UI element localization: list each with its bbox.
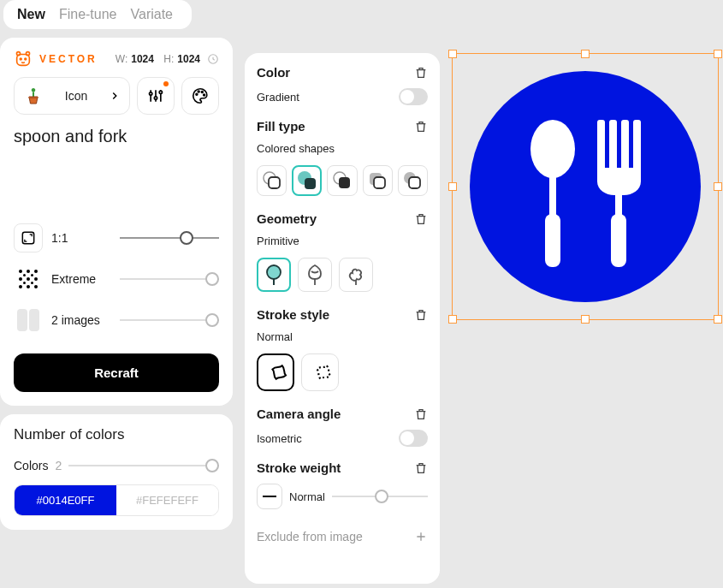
gradient-toggle[interactable] — [399, 88, 428, 105]
reset-fill-button[interactable] — [414, 120, 428, 134]
palette-button[interactable] — [181, 77, 219, 115]
color-swatch-2[interactable]: #FEFEFEFF — [116, 485, 218, 515]
output-canvas[interactable] — [452, 53, 719, 320]
svg-point-25 — [34, 285, 38, 288]
stroke-weight-sub: Normal — [289, 490, 325, 503]
stroke-style-option-1[interactable] — [257, 353, 294, 391]
reset-color-button[interactable] — [414, 66, 428, 80]
svg-rect-7 — [29, 97, 39, 98]
trash-icon — [414, 120, 428, 134]
complexity-slider[interactable] — [120, 278, 219, 280]
section-stroke-weight-title: Stroke weight — [257, 460, 341, 475]
resize-handle-bc[interactable] — [581, 315, 590, 324]
geometry-option-2[interactable] — [298, 258, 332, 292]
count-slider[interactable] — [120, 319, 219, 321]
svg-point-11 — [196, 93, 198, 95]
section-color-title: Color — [257, 65, 290, 80]
count-icon[interactable] — [14, 306, 43, 335]
trash-icon — [414, 66, 428, 80]
bear-icon — [14, 50, 33, 68]
svg-point-26 — [23, 274, 26, 276]
recraft-button[interactable]: Recraft — [14, 353, 219, 392]
svg-point-22 — [34, 277, 38, 281]
stroke-weight-slider[interactable] — [332, 496, 428, 497]
isometric-label: Isometric — [257, 432, 302, 445]
aspect-label: 1:1 — [51, 231, 111, 245]
color-swatch-1[interactable]: #0014E0FF — [15, 485, 116, 515]
section-geometry-title: Geometry — [257, 211, 317, 226]
tab-new[interactable]: New — [17, 7, 45, 22]
mode-tabs: New Fine-tune Variate — [3, 0, 192, 29]
fill-option-4[interactable] — [363, 165, 393, 196]
trash-icon — [414, 308, 428, 322]
resize-handle-lc[interactable] — [448, 182, 457, 191]
aspect-icon[interactable] — [14, 223, 43, 252]
plus-icon — [414, 530, 428, 543]
stroke-style-sub: Normal — [257, 330, 428, 343]
reset-stroke-weight-button[interactable] — [414, 461, 428, 475]
trash-icon — [414, 407, 428, 421]
trash-icon — [414, 461, 428, 475]
selection-box[interactable] — [452, 53, 719, 320]
colors-panel: Number of colors Colors 2 #0014E0FF #FEF… — [0, 414, 233, 530]
svg-point-13 — [201, 92, 203, 93]
stroke-weight-preview — [257, 484, 282, 509]
section-fill-title: Fill type — [257, 119, 305, 134]
svg-rect-33 — [305, 178, 316, 189]
svg-point-9 — [154, 97, 157, 99]
gradient-label: Gradient — [257, 91, 299, 104]
colors-count: 2 — [55, 459, 62, 472]
svg-rect-37 — [374, 177, 385, 188]
add-exclude-button[interactable] — [414, 530, 428, 543]
fill-option-5[interactable] — [398, 165, 428, 196]
svg-rect-35 — [339, 177, 350, 188]
svg-point-18 — [27, 270, 30, 273]
geometry-sub: Primitive — [257, 235, 428, 247]
prompt-text[interactable]: spoon and fork — [14, 127, 219, 146]
geometry-option-3[interactable] — [339, 258, 373, 292]
svg-point-21 — [27, 277, 30, 281]
colors-label: Colors — [14, 459, 48, 472]
reset-stroke-style-button[interactable] — [414, 308, 428, 322]
svg-point-40 — [267, 265, 281, 279]
svg-point-8 — [150, 92, 152, 95]
svg-point-29 — [31, 282, 33, 284]
reset-geometry-button[interactable] — [414, 212, 428, 226]
colors-slider[interactable] — [68, 465, 219, 466]
geometry-option-1[interactable] — [257, 258, 291, 292]
resize-handle-bl[interactable] — [448, 315, 457, 324]
stroke-style-option-2[interactable] — [301, 353, 339, 391]
count-label: 2 images — [51, 313, 111, 327]
svg-point-10 — [159, 91, 162, 93]
svg-point-19 — [34, 270, 38, 273]
resize-handle-br[interactable] — [714, 315, 722, 324]
svg-point-24 — [27, 285, 30, 288]
fill-option-1[interactable] — [257, 165, 287, 196]
fill-option-2[interactable] — [292, 165, 322, 196]
resize-handle-rc[interactable] — [714, 182, 722, 191]
tab-finetune[interactable]: Fine-tune — [59, 7, 117, 22]
svg-rect-31 — [269, 177, 280, 188]
settings-button[interactable] — [137, 77, 175, 115]
notification-dot — [163, 81, 169, 86]
resize-handle-tr[interactable] — [714, 50, 722, 58]
isometric-toggle[interactable] — [399, 430, 428, 447]
color-swatches: #0014E0FF #FEFEFEFF — [14, 484, 219, 516]
palette-icon — [191, 86, 210, 105]
reset-camera-button[interactable] — [414, 407, 428, 421]
resize-handle-tl[interactable] — [448, 50, 457, 58]
dimensions[interactable]: W:1024 H:1024 — [116, 53, 219, 65]
fill-option-3[interactable] — [327, 165, 357, 196]
resize-handle-tc[interactable] — [581, 50, 590, 58]
style-chip-icon[interactable]: Icon — [14, 77, 130, 115]
svg-point-14 — [204, 94, 205, 96]
style-chip-label: Icon — [65, 89, 87, 103]
svg-rect-39 — [409, 177, 420, 188]
svg-point-27 — [31, 274, 33, 276]
fill-sub: Colored shapes — [257, 142, 428, 155]
svg-point-20 — [19, 277, 22, 281]
aspect-slider[interactable] — [120, 237, 219, 239]
svg-rect-2 — [17, 55, 30, 66]
tab-variate[interactable]: Variate — [131, 7, 174, 22]
complexity-icon[interactable] — [14, 264, 43, 294]
